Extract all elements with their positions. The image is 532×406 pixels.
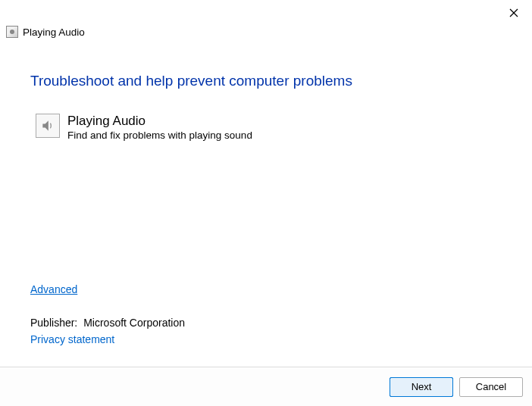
- page-heading: Troubleshoot and help prevent computer p…: [30, 73, 502, 89]
- troubleshooter-title: Playing Audio: [67, 114, 252, 129]
- advanced-link[interactable]: Advanced: [30, 283, 77, 295]
- troubleshooter-description: Find and fix problems with playing sound: [67, 130, 252, 141]
- lower-section: Advanced Publisher: Microsoft Corporatio…: [30, 283, 185, 345]
- troubleshooter-text: Playing Audio Find and fix problems with…: [67, 114, 252, 141]
- window-title: Playing Audio: [23, 27, 85, 38]
- publisher-row: Publisher: Microsoft Corporation: [30, 317, 185, 329]
- close-icon: [509, 8, 518, 17]
- publisher-value: Microsoft Corporation: [83, 317, 185, 329]
- troubleshooter-item: Playing Audio Find and fix problems with…: [30, 114, 502, 141]
- privacy-link[interactable]: Privacy statement: [30, 333, 114, 345]
- window-title-bar: Playing Audio: [0, 21, 532, 39]
- footer-bar: Next Cancel: [0, 367, 532, 406]
- content-area: Troubleshoot and help prevent computer p…: [0, 39, 532, 141]
- next-button[interactable]: Next: [390, 377, 453, 397]
- audio-icon: [6, 26, 18, 38]
- close-button[interactable]: [503, 5, 524, 21]
- cancel-button[interactable]: Cancel: [459, 377, 523, 397]
- publisher-label: Publisher:: [30, 317, 77, 329]
- speaker-icon: [36, 114, 60, 138]
